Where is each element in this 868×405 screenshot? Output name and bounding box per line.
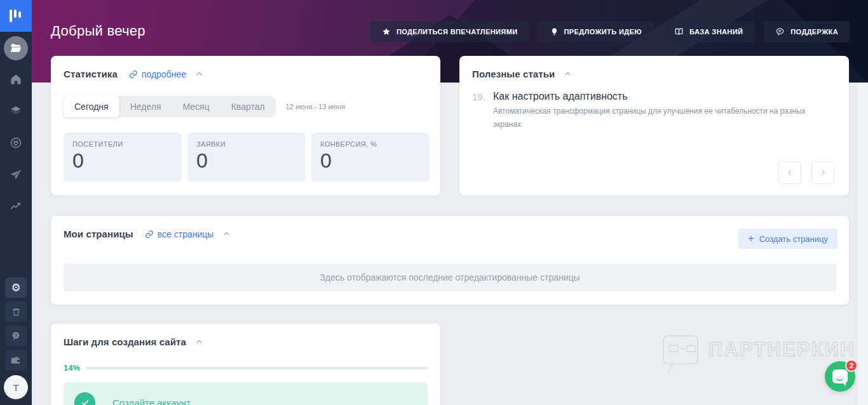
metric-value: 0 [196,149,297,173]
integrations-icon [10,136,22,149]
suggest-idea-button[interactable]: ПРЕДЛОЖИТЬ ИДЕЮ [539,21,654,43]
support-button[interactable]: ПОДДЕРЖКА [764,21,850,43]
support-icon [775,27,785,36]
workspace-button[interactable] [4,36,28,60]
support-label: ПОДДЕРЖКА [790,28,838,36]
my-pages-title: Мои страницы [64,229,133,239]
chevron-right-icon [818,168,827,177]
article-item[interactable]: 19. Как настроить адаптивность Автоматич… [472,91,833,131]
sidebar-item-campaigns[interactable] [0,159,32,190]
user-avatar[interactable]: T [4,375,28,399]
suggest-idea-label: ПРЕДЛОЖИТЬ ИДЕЮ [564,28,642,36]
articles-title: Полезные статьи [472,69,555,79]
collapse-pages-chevron-icon[interactable] [222,230,231,238]
sidebar-item-trash[interactable] [5,302,27,322]
all-pages-label: все страницы [158,229,214,239]
chevron-left-icon [785,168,794,177]
avatar-letter: T [13,382,18,393]
sidebar-item-help[interactable]: ? [5,326,27,346]
statistics-details-link[interactable]: подробнее [129,69,186,79]
watermark-logo-icon [663,335,698,364]
pages-empty-state: Здесь отображаются последние отредактиро… [64,263,836,291]
app-logo[interactable] [0,0,32,32]
plus-icon: + [748,233,754,244]
metric-visitors: ПОСЕТИТЕЛИ 0 [64,133,182,182]
collapse-steps-chevron-icon[interactable] [195,338,203,346]
articles-card: Полезные статьи 19. Как настроить адапти… [459,56,849,196]
my-pages-card: Мои страницы все страницы + Создать стра… [51,216,849,305]
bulb-icon [550,27,559,36]
progress-percent: 14% [64,363,86,373]
sidebar-tools: ⚙ ? [0,277,32,370]
chat-widget-button[interactable]: 2 [825,361,855,392]
statistics-title: Статистика [64,69,118,79]
link-icon [129,70,138,79]
prev-article-button[interactable] [778,161,801,184]
tab-month[interactable]: Месяц [172,96,220,117]
share-feedback-button[interactable]: ПОДЕЛИТЬСЯ ВПЕЧАТЛЕНИЯМИ [370,21,529,43]
tab-today[interactable]: Сегодня [64,96,119,117]
analytics-icon [10,200,22,213]
article-title: Как настроить адаптивность [493,91,833,102]
step-create-account[interactable]: Создайте аккаунт [64,382,428,405]
book-icon [674,27,684,36]
article-number: 19. [472,91,493,131]
steps-progress: 14% [64,363,428,373]
progress-track [86,367,428,369]
site-steps-card: Шаги для создания сайта 14% Создайте акк… [51,324,440,405]
steps-title: Шаги для создания сайта [64,336,186,347]
chat-unread-badge: 2 [845,359,858,372]
scrollbar-track[interactable] [858,83,868,405]
settings-icon: ⚙ [11,282,20,293]
metric-label: ЗАЯВКИ [196,140,297,148]
statistics-tab-row: Сегодня Неделя Месяц Квартал 12 июня - 1… [64,96,345,117]
tab-week[interactable]: Неделя [119,96,172,117]
collapse-statistics-chevron-icon[interactable] [195,70,203,78]
svg-text:?: ? [15,333,18,338]
create-page-label: Создать страницу [759,234,828,244]
home-icon [10,73,22,86]
sidebar-nav [0,63,32,222]
step-label: Создайте аккаунт [112,397,191,405]
layers-icon [10,105,22,117]
sidebar-item-analytics[interactable] [0,190,32,222]
sidebar-item-wallet[interactable] [5,350,27,370]
next-article-button[interactable] [811,161,834,184]
sidebar-item-pages[interactable] [0,95,32,127]
trash-icon [11,307,21,317]
check-circle-icon [74,392,95,405]
tab-quarter[interactable]: Квартал [220,96,276,117]
sidebar-item-home[interactable] [0,63,32,95]
metric-conversion: КОНВЕРСИЯ, % 0 [311,133,430,182]
wallet-icon [11,355,21,365]
metric-label: КОНВЕРСИЯ, % [320,140,421,148]
send-icon [10,168,22,181]
create-page-button[interactable]: + Создать страницу [738,229,837,249]
articles-pager [778,161,834,184]
star-icon [382,27,391,36]
date-range: 12 июня - 13 июня [286,103,345,110]
link-icon [145,230,154,239]
metric-leads: ЗАЯВКИ 0 [187,133,306,182]
folder-icon [10,43,22,53]
metric-label: ПОСЕТИТЕЛИ [72,140,173,148]
sidebar-item-integrations[interactable] [0,127,32,159]
help-icon: ? [11,331,21,341]
article-description: Автоматическая трансформация страницы дл… [493,105,833,131]
sidebar-item-settings[interactable]: ⚙ [5,277,27,298]
period-tabs: Сегодня Неделя Месяц Квартал [64,96,276,117]
metric-value: 0 [320,149,421,173]
knowledge-base-button[interactable]: БАЗА ЗНАНИЙ [663,21,754,43]
metric-value: 0 [72,149,173,173]
share-feedback-label: ПОДЕЛИТЬСЯ ВПЕЧАТЛЕНИЯМИ [397,28,518,36]
watermark: ПАРТНЕРКИН [663,335,855,364]
lp-logo-icon [9,8,23,23]
header-buttons: ПОДЕЛИТЬСЯ ВПЕЧАТЛЕНИЯМИ ПРЕДЛОЖИТЬ ИДЕЮ… [370,21,850,43]
metrics-row: ПОСЕТИТЕЛИ 0 ЗАЯВКИ 0 КОНВЕРСИЯ, % 0 [64,133,430,182]
all-pages-link[interactable]: все страницы [145,229,214,239]
greeting-title: Добрый вечер [51,23,146,39]
watermark-text: ПАРТНЕРКИН [709,338,855,361]
collapse-articles-chevron-icon[interactable] [564,70,572,78]
knowledge-base-label: БАЗА ЗНАНИЙ [689,28,743,36]
sidebar: ⚙ ? T [0,0,32,405]
